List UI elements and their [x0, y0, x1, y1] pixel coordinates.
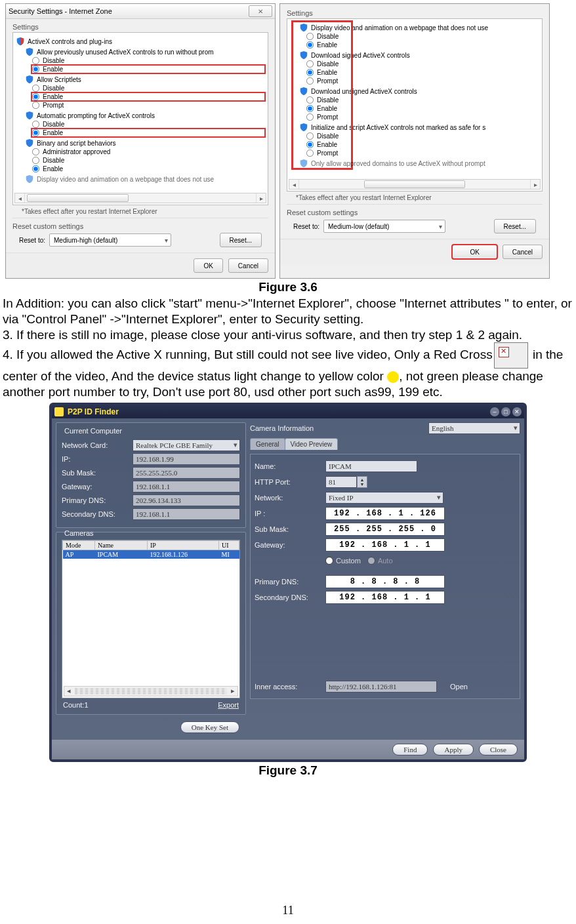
current-computer-group: Current Computer Network Card: Realtek P… [56, 422, 246, 528]
radio-prompt[interactable]: Prompt [306, 77, 539, 85]
network-select[interactable]: Fixed IP [325, 492, 443, 504]
red-cross-icon [494, 342, 528, 369]
cam-sdns-field[interactable]: 192 . 168 . 1 . 1 [325, 591, 445, 604]
language-select[interactable]: English [428, 422, 520, 434]
port-field[interactable] [325, 476, 357, 488]
reset-to-label: Reset to: [19, 237, 45, 244]
scroll-right-icon[interactable]: ▸ [228, 687, 237, 695]
find-button[interactable]: Find [392, 744, 428, 755]
stepper-up-icon[interactable]: ▲▼ [357, 476, 367, 488]
table-header: Mode Name IP UI [63, 540, 239, 550]
name-field[interactable] [325, 460, 417, 472]
reset-button[interactable]: Reset... [220, 233, 262, 247]
radio-enable[interactable]: Enable [31, 65, 265, 73]
setting-cutoff: Only allow approved domains to use Activ… [299, 159, 539, 168]
setting-binary-script: Binary and script behaviors [25, 138, 265, 148]
cam-pdns-field[interactable]: 8 . 8 . 8 . 8 [325, 575, 445, 588]
minimize-icon[interactable]: – [490, 407, 499, 416]
tab-general[interactable]: General [250, 438, 285, 450]
scroll-thumb[interactable] [27, 194, 129, 202]
radio-disable[interactable]: Disable [31, 84, 265, 92]
settings-listbox[interactable]: Display video and animation on a webpage… [287, 18, 543, 191]
inner-access-field [325, 681, 437, 693]
radio-enable[interactable]: Enable [306, 68, 539, 77]
radio-disable[interactable]: Disable [306, 32, 539, 41]
radio-custom[interactable]: Custom [325, 557, 361, 565]
radio-enable[interactable]: Enable [31, 129, 265, 137]
gateway-field [133, 481, 240, 492]
radio-enable[interactable]: Enable [306, 104, 539, 113]
scroll-left-icon[interactable]: ◂ [64, 687, 73, 695]
cancel-button[interactable]: Cancel [228, 258, 268, 273]
restart-note: *Takes effect after you restart Internet… [22, 208, 266, 215]
reset-button[interactable]: Reset... [494, 219, 536, 233]
cameras-table[interactable]: Mode Name IP UI AP IPCAM 192.168.1.126 M… [62, 540, 240, 698]
radio-disable[interactable]: Disable [31, 56, 265, 65]
radio-disable[interactable]: Disable [306, 60, 539, 68]
scrollbar-horizontal[interactable]: ◂ ▸ [64, 686, 238, 696]
pdns-label: Primary DNS: [62, 496, 133, 504]
radio-prompt[interactable]: Prompt [306, 149, 539, 157]
cam-mask-label: Sub Mask: [255, 525, 325, 533]
cam-gw-field[interactable]: 192 . 168 . 1 . 1 [325, 538, 445, 552]
inner-access-label: Inner access: [255, 683, 325, 691]
reset-level-select[interactable]: Medium-low (default) [323, 220, 445, 233]
one-key-set-button[interactable]: One Key Set [180, 721, 239, 733]
ok-button[interactable]: OK [194, 258, 222, 273]
radio-admin-approved[interactable]: Administrator approved [31, 148, 265, 156]
close-icon[interactable]: ✕ [512, 407, 522, 416]
radio-enable[interactable]: Enable [306, 140, 539, 149]
activex-category: ActiveX controls and plug-ins [16, 37, 265, 46]
close-icon[interactable]: ✕ [249, 5, 272, 17]
scroll-right-icon[interactable]: ▸ [256, 193, 266, 203]
scroll-left-icon[interactable]: ◂ [15, 193, 25, 203]
scroll-track[interactable] [75, 688, 227, 694]
setting-label: Automatic prompting for ActiveX controls [37, 112, 155, 119]
cam-ip-field[interactable]: 192 . 168 . 1 . 126 [325, 507, 445, 520]
setting-scriptlets: Allow Scriptlets [25, 75, 265, 84]
export-link[interactable]: Export [218, 701, 239, 709]
radio-disable[interactable]: Disable [306, 132, 539, 140]
tab-video-preview[interactable]: Video Preview [285, 438, 339, 450]
restart-note: *Takes effect after you restart Internet… [296, 194, 540, 201]
titlebar: Security Settings - Internet Zone ✕ [6, 4, 275, 19]
cam-mask-field[interactable]: 255 . 255 . 255 . 0 [325, 523, 445, 536]
p2p-app-window: P2P ID Finder – □ ✕ Current Computer Net… [49, 403, 527, 762]
setting-label: Only allow approved domains to use Activ… [311, 160, 485, 167]
shield-icon [299, 50, 308, 60]
setting-cutoff: Display video and animation on a webpage… [25, 174, 265, 184]
maximize-icon[interactable]: □ [501, 407, 510, 416]
reset-group-label: Reset custom settings [12, 222, 268, 230]
reset-level-select[interactable]: Medium-high (default) [49, 233, 171, 247]
radio-enable[interactable]: Enable [306, 41, 539, 49]
cancel-button[interactable]: Cancel [503, 245, 543, 259]
body-paragraph: 3. If there is still no image, please cl… [0, 327, 576, 343]
pdns-field [133, 494, 240, 506]
ok-button[interactable]: OK [452, 245, 497, 259]
radio-disable[interactable]: Disable [306, 96, 539, 104]
open-link[interactable]: Open [450, 683, 468, 691]
radio-prompt[interactable]: Prompt [31, 101, 265, 110]
close-button[interactable]: Close [479, 744, 518, 755]
port-stepper[interactable]: ▲▼ [325, 476, 367, 488]
radio-disable[interactable]: Disable [31, 120, 265, 129]
yellow-dot-icon [387, 371, 399, 383]
apply-button[interactable]: Apply [433, 744, 474, 755]
network-label: Network: [255, 494, 325, 502]
setting-dl-unsigned: Download unsigned ActiveX controls [299, 87, 539, 96]
scrollbar-horizontal[interactable]: ◂ ▸ [14, 193, 266, 203]
app-title: P2P ID Finder [68, 407, 119, 416]
scroll-right-icon[interactable]: ▸ [530, 180, 540, 189]
body-paragraph: 4. If you allowed the Active X running, … [0, 342, 576, 400]
netcard-select[interactable]: Realtek PCIe GBE Family [133, 439, 240, 451]
scroll-thumb[interactable] [364, 180, 466, 188]
radio-disable[interactable]: Disable [31, 156, 265, 165]
shield-icon [25, 174, 34, 184]
table-row[interactable]: AP IPCAM 192.168.1.126 MI [63, 550, 239, 559]
radio-prompt[interactable]: Prompt [306, 113, 539, 121]
settings-listbox[interactable]: ActiveX controls and plug-ins Allow prev… [12, 32, 268, 205]
scroll-left-icon[interactable]: ◂ [289, 180, 299, 189]
radio-enable[interactable]: Enable [31, 92, 265, 101]
radio-enable[interactable]: Enable [31, 165, 265, 173]
scrollbar-horizontal[interactable]: ◂ ▸ [289, 179, 541, 190]
